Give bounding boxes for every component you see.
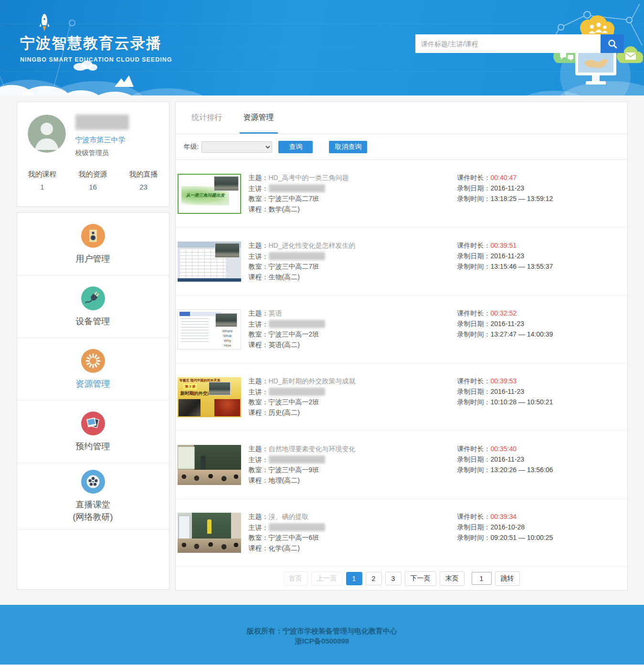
field-label: 主讲： bbox=[249, 253, 269, 260]
course-thumbnail[interactable] bbox=[178, 445, 241, 485]
search-button[interactable] bbox=[601, 34, 624, 53]
speaker-icon bbox=[81, 224, 105, 248]
field-label: 教室： bbox=[249, 195, 269, 202]
thumb-decor bbox=[181, 318, 209, 343]
pagination-page-3[interactable]: 3 bbox=[385, 572, 401, 585]
field-label: 录制日期： bbox=[457, 252, 491, 260]
course-thumbnail[interactable] bbox=[178, 513, 241, 553]
sidebar-item-sublabel: (网络教研) bbox=[73, 511, 113, 523]
thumb-decor bbox=[201, 455, 206, 470]
duration-value: 00:40:47 bbox=[491, 174, 517, 181]
field-label: 课程： bbox=[249, 341, 269, 348]
resource-info: 主题：HD_高考中的一类三角问题 主讲： 教室：宁波三中高二7班 课程：数学(高… bbox=[249, 174, 457, 227]
main-panel: 统计排行 资源管理 年级: 查询 取消查询 从一类三角问题出发 主题：HD_高考… bbox=[175, 102, 628, 591]
topic-value: HD_进化性变化是怎样发生的 bbox=[269, 242, 356, 249]
classroom-value: 宁波三中高一6班 bbox=[269, 534, 319, 541]
field-label: 主题： bbox=[249, 377, 269, 385]
field-label: 课程： bbox=[249, 476, 269, 484]
pagination-next-button[interactable]: 下一页 bbox=[405, 571, 436, 586]
sidebar-item-live-classroom[interactable]: 直播课堂 (网络教研) bbox=[17, 463, 169, 530]
icp-text: 浙ICP备0500898 bbox=[0, 636, 644, 646]
app-logo: 宁波智慧教育云录播 NINGBO SMART EDUCATION CLOUD S… bbox=[20, 33, 172, 63]
profile-card: 宁波市第三中学 校级管理员 我的课程 1 我的资源 16 我的直播 23 bbox=[17, 102, 169, 207]
classroom-value: 宁波三中高二7班 bbox=[269, 195, 319, 202]
duration-value: 00:35:40 bbox=[491, 445, 517, 453]
pagination-page-1[interactable]: 1 bbox=[346, 572, 362, 585]
pagination-last-button[interactable]: 末页 bbox=[440, 571, 465, 586]
sidebar-item-user-management[interactable]: 用户管理 bbox=[17, 213, 169, 275]
thumb-decor bbox=[214, 399, 240, 416]
teacher-name-redacted bbox=[269, 523, 325, 531]
classroom-value: 宁波三中高二7班 bbox=[269, 263, 319, 270]
header-search bbox=[415, 34, 624, 53]
resource-row: 主题：HD_进化性变化是怎样发生的 主讲： 教室：宁波三中高二7班 课程：生物(… bbox=[176, 228, 627, 296]
field-label: 主题： bbox=[249, 174, 269, 181]
pagination-jump-button[interactable]: 跳转 bbox=[495, 571, 520, 586]
menu-filler bbox=[17, 530, 169, 589]
field-label: 课件时长： bbox=[457, 242, 491, 249]
pagination-first-button[interactable]: 首页 bbox=[283, 571, 308, 586]
stat-label: 我的课程 bbox=[17, 170, 68, 179]
copyright-text: 版权所有：宁波市学校装备管理与电化教育中心 bbox=[0, 626, 644, 636]
user-role: 校级管理员 bbox=[75, 149, 129, 158]
pagination-page-2[interactable]: 2 bbox=[366, 572, 382, 585]
grade-select[interactable] bbox=[201, 141, 272, 153]
classroom-inset bbox=[209, 382, 231, 395]
field-label: 录制日期： bbox=[457, 388, 491, 395]
plug-icon bbox=[81, 286, 105, 310]
field-label: 录制时间： bbox=[457, 195, 491, 202]
avatar bbox=[28, 115, 66, 153]
field-label: 教室： bbox=[249, 466, 269, 474]
thumb-decor bbox=[178, 538, 241, 553]
pagination-jump-input[interactable] bbox=[472, 572, 492, 585]
course-thumbnail[interactable]: 专题五 现代中国的对外关系 第 3 课 新时期的外交政... bbox=[178, 377, 241, 417]
course-thumbnail[interactable]: Where What Why How bbox=[178, 309, 241, 349]
stat-value: 16 bbox=[68, 183, 118, 191]
field-label: 课程： bbox=[249, 409, 269, 416]
field-label: 主讲： bbox=[249, 388, 269, 396]
resource-meta: 课件时长：00:39:34 录制日期：2016-10-28 录制时间：09:20… bbox=[457, 513, 627, 566]
course-thumbnail[interactable] bbox=[178, 242, 241, 282]
search-input[interactable] bbox=[415, 34, 601, 53]
classroom-inset bbox=[215, 243, 240, 258]
field-label: 主题： bbox=[249, 242, 269, 249]
resource-info: 主题：HD_新时期的外交政策与成就 主讲： 教室：宁波三中高一2班 课程：历史(… bbox=[249, 377, 457, 431]
classroom-value: 宁波三中高一9班 bbox=[269, 466, 319, 474]
stat-value: 23 bbox=[118, 183, 169, 191]
record-time-value: 10:10:28 — 10:50:21 bbox=[491, 398, 553, 406]
school-link[interactable]: 宁波市第三中学 bbox=[75, 136, 129, 145]
query-button[interactable]: 查询 bbox=[278, 141, 313, 153]
content-area: 宁波市第三中学 校级管理员 我的课程 1 我的资源 16 我的直播 23 bbox=[17, 102, 628, 591]
resource-meta: 课件时长：00:39:53 录制日期：2016-11-23 录制时间：10:10… bbox=[457, 377, 627, 431]
field-label: 主讲： bbox=[249, 320, 269, 328]
field-label: 课件时长： bbox=[457, 377, 491, 385]
resource-meta: 课件时长：00:40:47 录制日期：2016-11-23 录制时间：13:18… bbox=[457, 174, 627, 227]
site-footer: 版权所有：宁波市学校装备管理与电化教育中心 浙ICP备0500898 bbox=[0, 605, 644, 665]
record-time-value: 13:27:47 — 14:00:39 bbox=[491, 330, 553, 338]
tab-resource-management[interactable]: 资源管理 bbox=[240, 102, 278, 134]
sidebar-item-label: 资源管理 bbox=[76, 378, 110, 390]
thumb-decor bbox=[232, 513, 241, 539]
thumb-words: Where What Why How bbox=[222, 329, 232, 348]
field-label: 录制日期： bbox=[457, 184, 491, 192]
sidebar-item-resource-management[interactable]: 资源管理 bbox=[17, 338, 169, 401]
field-label: 主题： bbox=[249, 513, 269, 520]
thumb-decor bbox=[192, 513, 231, 539]
thumb-caption: 从一类三角问题出发 bbox=[179, 192, 232, 199]
pagination-prev-button[interactable]: 上一页 bbox=[311, 571, 343, 586]
sidebar-item-device-management[interactable]: 设备管理 bbox=[17, 275, 169, 338]
resource-info: 主题：英语 主讲： 教室：宁波三中高一2班 课程：英语(高二) bbox=[249, 309, 457, 363]
tab-statistics-ranking[interactable]: 统计排行 bbox=[188, 102, 226, 134]
resource-meta: 课件时长：00:39:51 录制日期：2016-11-23 录制时间：13:15… bbox=[457, 242, 627, 295]
resource-row: 主题：自然地理要素变化与环境变化 主讲： 教室：宁波三中高一9班 课程：地理(高… bbox=[176, 431, 627, 499]
sidebar-item-reservation-management[interactable]: 预约管理 bbox=[17, 401, 169, 463]
thumb-decor bbox=[178, 470, 241, 485]
search-icon bbox=[607, 38, 618, 50]
app-title: 宁波智慧教育云录播 bbox=[20, 33, 172, 53]
thumb-decor bbox=[179, 399, 201, 416]
teacher-name-redacted bbox=[269, 388, 325, 396]
photos-icon bbox=[81, 412, 105, 435]
clouds-icon bbox=[0, 80, 644, 95]
cancel-query-button[interactable]: 取消查询 bbox=[329, 141, 367, 153]
course-thumbnail[interactable]: 从一类三角问题出发 bbox=[178, 174, 241, 214]
